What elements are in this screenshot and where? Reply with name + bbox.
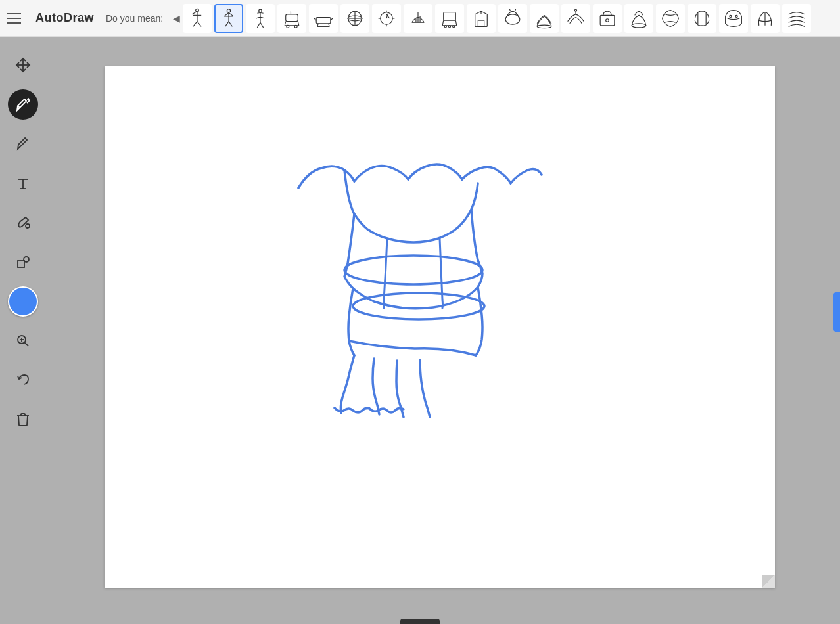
suggestion-item[interactable]	[183, 4, 212, 33]
svg-point-22	[294, 25, 297, 28]
svg-line-10	[229, 21, 232, 26]
svg-point-48	[444, 25, 446, 27]
svg-line-46	[455, 20, 457, 26]
svg-line-15	[258, 22, 261, 28]
suggestion-item[interactable]	[435, 4, 464, 33]
right-panel-handle[interactable]	[833, 292, 840, 332]
svg-line-18	[285, 21, 286, 25]
pencil-tool-button[interactable]	[8, 129, 38, 159]
fill-tool-button[interactable]	[8, 208, 38, 238]
svg-line-72	[27, 100, 30, 103]
svg-point-57	[537, 25, 551, 28]
svg-point-77	[26, 224, 30, 228]
svg-rect-44	[444, 12, 456, 20]
shapes-tool-button[interactable]	[8, 247, 38, 277]
svg-line-11	[225, 12, 229, 16]
svg-rect-24	[316, 17, 331, 23]
suggestion-item[interactable]	[214, 4, 243, 33]
suggestion-item[interactable]	[277, 4, 306, 33]
svg-rect-17	[286, 14, 298, 21]
zoom-tool-button[interactable]	[8, 326, 38, 356]
suggestion-item[interactable]	[751, 4, 780, 33]
svg-point-65	[730, 15, 732, 17]
svg-point-21	[287, 25, 289, 28]
suggestion-item[interactable]	[340, 4, 369, 33]
suggestions-scroll	[183, 4, 833, 33]
suggestion-item[interactable]	[782, 4, 811, 33]
do-you-mean-label: Do you mean:	[106, 13, 163, 24]
svg-line-3	[197, 21, 201, 26]
svg-point-62	[632, 23, 646, 27]
prev-arrow-button[interactable]: ◀	[170, 12, 183, 25]
svg-line-73	[25, 138, 27, 140]
svg-line-45	[442, 20, 444, 26]
drawing-canvas[interactable]	[105, 66, 775, 588]
move-tool-button[interactable]	[8, 50, 38, 80]
suggestion-item[interactable]	[624, 4, 653, 33]
top-bar: AutoDraw Do you mean: ◀	[0, 0, 840, 37]
suggestion-item[interactable]	[719, 4, 748, 33]
menu-button[interactable]	[7, 8, 28, 29]
suggestion-item[interactable]	[593, 4, 622, 33]
bottom-hint-bar	[400, 619, 440, 624]
svg-point-61	[606, 18, 609, 22]
suggestion-item[interactable]	[561, 4, 590, 33]
color-picker-button[interactable]	[8, 286, 38, 317]
svg-line-19	[298, 21, 299, 25]
svg-rect-52	[478, 20, 484, 26]
svg-line-12	[229, 12, 233, 16]
suggestion-item[interactable]	[246, 4, 275, 33]
drawing-svg	[105, 66, 775, 588]
autodraw-tool-button[interactable]	[8, 89, 38, 120]
suggestion-item[interactable]	[404, 4, 432, 33]
svg-point-13	[259, 9, 262, 12]
svg-line-70	[24, 99, 26, 101]
suggestion-item[interactable]	[309, 4, 338, 33]
text-tool-button[interactable]	[8, 168, 38, 198]
svg-line-81	[24, 342, 28, 346]
suggestion-item[interactable]	[656, 4, 685, 33]
svg-rect-78	[18, 261, 24, 267]
suggestion-item[interactable]	[688, 4, 716, 33]
svg-point-84	[344, 256, 482, 284]
svg-line-5	[192, 11, 197, 14]
svg-point-49	[449, 25, 451, 27]
svg-line-2	[193, 21, 197, 26]
corner-fold	[762, 575, 775, 588]
canvas-area[interactable]	[46, 37, 833, 617]
undo-button[interactable]	[8, 365, 38, 395]
svg-line-25	[317, 23, 319, 26]
svg-line-55	[510, 9, 511, 11]
svg-line-56	[515, 9, 516, 11]
suggestions-area: ◀	[170, 4, 833, 33]
svg-rect-60	[600, 15, 615, 25]
svg-point-79	[24, 257, 29, 262]
svg-point-6	[227, 9, 230, 12]
suggestion-item[interactable]	[372, 4, 401, 33]
svg-line-9	[225, 21, 229, 26]
suggestion-item[interactable]	[530, 4, 559, 33]
svg-point-50	[453, 25, 455, 27]
delete-button[interactable]	[8, 405, 38, 435]
svg-point-59	[575, 9, 577, 11]
app-title: AutoDraw	[35, 11, 94, 25]
svg-line-26	[329, 23, 330, 26]
suggestion-item[interactable]	[467, 4, 496, 33]
left-toolbar	[0, 37, 46, 624]
svg-point-66	[735, 15, 737, 17]
suggestion-item[interactable]	[498, 4, 527, 33]
svg-line-16	[260, 22, 264, 28]
